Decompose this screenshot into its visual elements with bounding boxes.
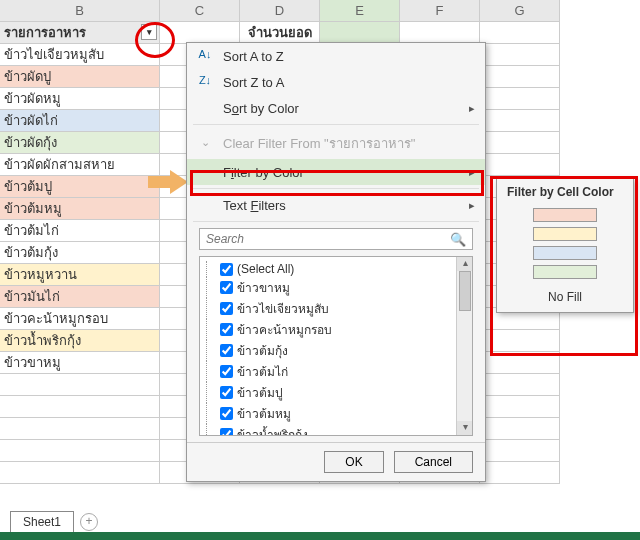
col-header-F[interactable]: F [400,0,480,22]
data-cell[interactable]: ข้าวไข่เจียวหมูสับ [0,44,160,66]
selected-cell[interactable] [320,22,400,44]
search-input[interactable] [200,229,444,249]
filter-check-item[interactable]: ข้าวต้มปู [202,382,470,403]
data-cell[interactable]: ข้าวต้มปู [0,176,160,198]
sort-za-icon: Z↓ [197,74,213,90]
col-header-B[interactable]: B [0,0,160,22]
tab-sheet1[interactable]: Sheet1 [10,511,74,532]
filter-check-item[interactable]: ข้าวไข่เจียวหมูสับ [202,298,470,319]
data-cell[interactable]: ข้าวน้ำพริกกุ้ง [0,330,160,352]
search-box[interactable]: 🔍 [199,228,473,250]
sort-a-z[interactable]: A↓Sort A to Z [187,43,485,69]
funnel-clear-icon: ⌄ [197,136,213,152]
search-icon: 🔍 [444,232,472,247]
data-cell[interactable]: ข้าวคะน้าหมูกรอบ [0,308,160,330]
color-swatch[interactable] [533,227,597,241]
filter-check-item[interactable]: ข้าวต้มไก่ [202,361,470,382]
data-cell[interactable]: ข้าวต้มหมู [0,198,160,220]
filter-color-submenu: Filter by Cell Color No Fill [496,178,634,313]
scroll-thumb[interactable] [459,271,471,311]
color-swatch[interactable] [533,208,597,222]
chevron-right-icon: ▸ [469,166,475,179]
filter-by-color[interactable]: Filter by Color▸ [187,159,485,185]
data-cell[interactable]: ข้าวผัดหมู [0,88,160,110]
checklist-scrollbar[interactable]: ▴ ▾ [456,257,472,435]
cancel-button[interactable]: Cancel [394,451,473,473]
column-headers: BCDEFG [0,0,640,22]
data-cell[interactable]: ข้าวผัดปู [0,66,160,88]
submenu-title: Filter by Cell Color [497,179,633,203]
sort-z-a[interactable]: Z↓Sort Z to A [187,69,485,95]
filter-check-item[interactable]: ข้าวต้มกุ้ง [202,340,470,361]
filter-checklist[interactable]: (Select All)ข้าวขาหมูข้าวไข่เจียวหมูสับข… [199,256,473,436]
no-fill-option[interactable]: No Fill [497,284,633,312]
filter-check-item[interactable]: ข้าวต้มหมู [202,403,470,424]
status-bar [0,532,640,540]
scroll-up[interactable]: ▴ [457,257,473,271]
data-cell[interactable]: ข้าวต้มไก่ [0,220,160,242]
filter-check-item[interactable]: (Select All) [202,261,470,277]
col-header-C[interactable]: C [160,0,240,22]
col-header-E[interactable]: E [320,0,400,22]
text-filters[interactable]: Text Filters▸ [187,192,485,218]
header-cell-food[interactable]: รายการอาหาร ▾ [0,22,160,44]
data-cell[interactable]: ข้าวมันไก่ [0,286,160,308]
filter-check-item[interactable]: ข้าวคะน้าหมูกรอบ [202,319,470,340]
col-header-G[interactable]: G [480,0,560,22]
annotation-arrow [148,170,188,194]
header-label: รายการอาหาร [4,25,86,40]
chevron-right-icon: ▸ [469,102,475,115]
data-cell[interactable]: ข้าวหมูหวาน [0,264,160,286]
clear-filter: ⌄Clear Filter From "รายการอาหาร" [187,128,485,159]
filter-menu: A↓Sort A to Z Z↓Sort Z to A Sort by Colo… [186,42,486,482]
header-cell-qty[interactable]: จำนวนยอด [240,22,320,44]
chevron-right-icon: ▸ [469,199,475,212]
ok-button[interactable]: OK [324,451,383,473]
data-cell[interactable]: ข้าวผัดกุ้ง [0,132,160,154]
data-cell[interactable]: ข้าวผัดผักสามสหาย [0,154,160,176]
data-cell[interactable]: ข้าวขาหมู [0,352,160,374]
filter-check-item[interactable]: ข้าวน้ำพริกกุ้ง [202,424,470,436]
data-cell[interactable]: ข้าวผัดไก่ [0,110,160,132]
sort-az-icon: A↓ [197,48,213,64]
scroll-down[interactable]: ▾ [457,421,473,435]
add-sheet-button[interactable]: + [80,513,98,531]
data-cell[interactable]: ข้าวต้มกุ้ง [0,242,160,264]
col-header-D[interactable]: D [240,0,320,22]
filter-dropdown-button[interactable]: ▾ [141,24,157,40]
color-swatch[interactable] [533,246,597,260]
sort-by-color[interactable]: Sort by Color▸ [187,95,485,121]
sheet-tabs: Sheet1 + [10,511,98,532]
color-swatch[interactable] [533,265,597,279]
filter-check-item[interactable]: ข้าวขาหมู [202,277,470,298]
